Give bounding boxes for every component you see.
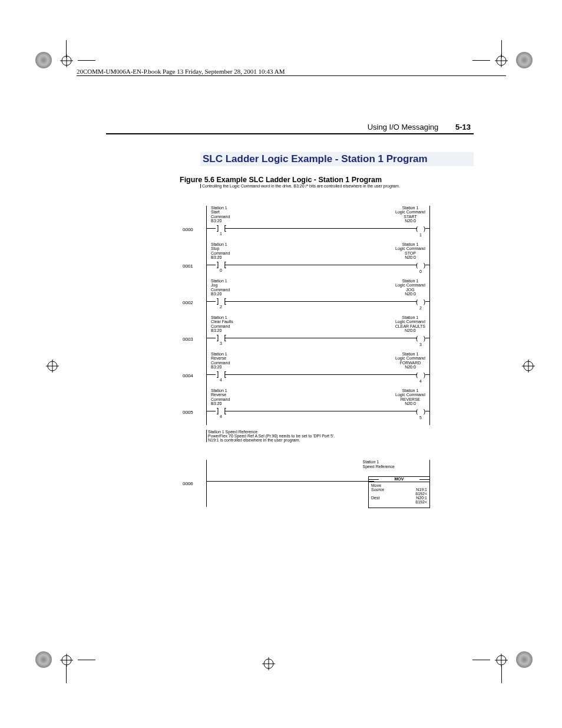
ote-coil-icon: ( ) xyxy=(415,408,427,416)
input-bit: 4 xyxy=(220,414,222,419)
main-heading: SLC Ladder Logic Example - Station 1 Pro… xyxy=(200,152,474,166)
mov-instruction: MOV Move SourceN19:1 8192< DestN20:1 819… xyxy=(368,476,430,508)
speed-note: Station 1 Speed Reference PowerFlex 70 S… xyxy=(206,430,430,442)
output-label: Station 1Logic CommandCLEAR FAULTSN20:0 xyxy=(395,315,425,332)
ote-coil-icon: ( ) xyxy=(415,225,427,233)
book-header: 20COMM-UM006A-EN-P.book Page 13 Friday, … xyxy=(77,68,285,75)
rung-number: 0002 xyxy=(183,300,193,305)
input-bit: 0 xyxy=(220,268,222,272)
output-bit: 1 xyxy=(419,233,422,237)
ote-coil-icon: ( ) xyxy=(415,298,427,306)
output-label: Station 1Logic CommandSTOPN20:0 xyxy=(395,242,425,259)
rung: 0004Station 1ReverseCommandB3:204Station… xyxy=(200,352,430,388)
input-bit: 1 xyxy=(220,232,222,236)
rung-number: 0006 xyxy=(183,481,193,486)
page-number: 5-13 xyxy=(455,123,471,131)
input-bit: 4 xyxy=(220,378,222,382)
rung: 0001Station 1StopCommandB3:200Station 1L… xyxy=(200,242,430,279)
output-label: Station 1Logic CommandSTARTN20:0 xyxy=(395,206,425,223)
input-label: Station 1Clear FaultsCommandB3:20 xyxy=(211,315,233,332)
rung-number: 0001 xyxy=(183,263,193,269)
input-label: Station 1StartCommandB3:20 xyxy=(211,206,230,223)
output-bit: 4 xyxy=(419,379,422,383)
output-bit: 0 xyxy=(419,269,422,274)
input-label: Station 1JogCommandB3:20 xyxy=(211,279,230,296)
input-label: Station 1ReverseCommandB3:20 xyxy=(211,352,230,369)
input-bit: 3 xyxy=(220,341,222,345)
rung-mov: 0006 Station 1 Speed Reference MOV Move … xyxy=(200,460,430,531)
ladder-intro: Controlling the Logic Command word in th… xyxy=(200,184,430,188)
input-label: Station 1StopCommandB3:20 xyxy=(211,242,230,259)
ote-coil-icon: ( ) xyxy=(415,262,427,269)
ote-coil-icon: ( ) xyxy=(415,335,427,342)
rung-number: 0004 xyxy=(183,373,193,378)
rung: 0003Station 1Clear FaultsCommandB3:203St… xyxy=(200,315,430,352)
output-bit: 3 xyxy=(419,342,422,347)
output-bit: 2 xyxy=(419,306,422,310)
rung-number: 0003 xyxy=(183,337,193,342)
output-label: Station 1Logic CommandJOGN20:0 xyxy=(395,279,425,296)
page-header: Using I/O Messaging 5-13 xyxy=(368,123,471,131)
rung-number: 0005 xyxy=(183,410,193,415)
figure-caption: Figure 5.6 Example SLC Ladder Logic - St… xyxy=(180,176,382,184)
section-name: Using I/O Messaging xyxy=(368,123,439,131)
rule-top xyxy=(77,75,506,76)
input-bit: 2 xyxy=(220,305,222,309)
mov-title: Station 1 Speed Reference xyxy=(363,460,395,469)
rule-page xyxy=(106,133,474,134)
output-label: Station 1Logic CommandREVERSEN20:0 xyxy=(395,388,425,406)
ote-coil-icon: ( ) xyxy=(415,371,427,379)
input-label: Station 1ReverseCommandB3:20 xyxy=(211,388,230,406)
rung: 0005Station 1ReverseCommandB3:204Station… xyxy=(200,388,430,425)
output-label: Station 1Logic CommandFORWARDN20:0 xyxy=(395,352,425,369)
ladder-diagram: Controlling the Logic Command word in th… xyxy=(200,184,430,531)
rung: 0000Station 1StartCommandB3:201Station 1… xyxy=(200,206,430,242)
rung-number: 0000 xyxy=(183,227,193,232)
output-bit: 5 xyxy=(419,416,422,420)
rung: 0002Station 1JogCommandB3:202Station 1Lo… xyxy=(200,279,430,315)
